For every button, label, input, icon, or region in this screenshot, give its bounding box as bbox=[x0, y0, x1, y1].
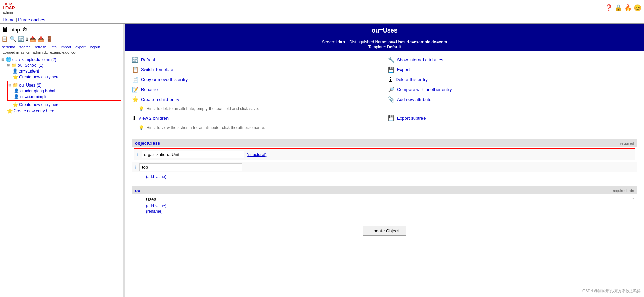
objectclass-value-2: ℹ bbox=[132, 162, 637, 172]
action-rename[interactable]: 📝 Rename bbox=[132, 85, 381, 94]
watermark: CSDN @测试开发-东方不败之鸭梨 bbox=[582, 288, 641, 294]
action-add-attribute[interactable]: 📎 Add new attribute bbox=[388, 95, 637, 104]
update-object-button[interactable]: Update Object bbox=[363, 226, 406, 236]
view-children-icon: ⬇ bbox=[132, 115, 136, 121]
ldap-label: LDAP bbox=[3, 5, 15, 10]
top-icons: ❓ 🔒 🔥 😊 bbox=[605, 4, 641, 12]
expand-icon-root: ⊟ bbox=[1, 57, 4, 61]
hint-icon-2: 💡 bbox=[139, 125, 144, 130]
copy-icon: 📄 bbox=[132, 76, 139, 83]
structural-link[interactable]: (structural) bbox=[247, 152, 266, 157]
switch-icon: 📋 bbox=[132, 66, 139, 73]
refresh-icon[interactable]: 🔄 bbox=[18, 36, 25, 42]
person-icon-xiaoming: 👤 bbox=[14, 94, 19, 99]
export-label[interactable]: export bbox=[75, 45, 86, 49]
server-name: ldap bbox=[10, 27, 20, 33]
star-icon-1: ⭐ bbox=[12, 74, 18, 80]
tree-ou-school[interactable]: ⊞ 📁 ou=School (1) bbox=[1, 62, 121, 68]
action-delete[interactable]: 🗑 Delete this entry bbox=[388, 75, 637, 84]
action-show-internal[interactable]: 🔧 Show internal attributes bbox=[388, 55, 637, 64]
tree-cn-xiaoming[interactable]: 👤 cn=xiaoming li bbox=[8, 94, 120, 100]
info-label[interactable]: info bbox=[51, 45, 57, 49]
show-internal-link[interactable]: Show internal attributes bbox=[397, 57, 443, 62]
rename-link[interactable]: Rename bbox=[141, 87, 158, 92]
ou-school-link[interactable]: ou=School (1) bbox=[18, 63, 43, 68]
action-compare[interactable]: 🔎 Compare with another entry bbox=[388, 85, 637, 94]
ou-rename-link[interactable]: (rename) bbox=[146, 209, 163, 214]
create-child-link[interactable]: Create a child entry bbox=[141, 97, 179, 102]
action-export[interactable]: 💾 Export bbox=[388, 65, 637, 74]
compare-link[interactable]: Compare with another entry bbox=[397, 87, 452, 92]
logout-icon[interactable]: 🚪 bbox=[46, 36, 53, 42]
cn-student-link[interactable]: cn=student bbox=[19, 69, 39, 74]
tree-create-new-3[interactable]: ⭐ Create new entry here bbox=[1, 108, 121, 114]
refresh-label[interactable]: refresh bbox=[35, 45, 46, 49]
home-link[interactable]: Home bbox=[3, 17, 15, 22]
lock-icon[interactable]: 🔒 bbox=[615, 4, 622, 12]
action-switch-template[interactable]: 📋 Switch Template bbox=[132, 65, 381, 74]
schema-label[interactable]: schema bbox=[2, 45, 15, 49]
highlighted-box: ⊟ 📁 ou=Uses (2) 👤 cn=dongfang bubai 👤 cn… bbox=[7, 81, 121, 101]
tree-create-new-2[interactable]: ⭐ Create new entry here bbox=[1, 102, 121, 108]
create-new-1-link[interactable]: Create new entry here bbox=[19, 75, 60, 79]
export-icon-sidebar[interactable]: 📤 bbox=[38, 36, 44, 42]
view-children-link[interactable]: View 2 children bbox=[138, 116, 169, 121]
actions-area: 🔄 Refresh 🔧 Show internal attributes 📋 S… bbox=[125, 51, 644, 135]
smiley-icon: 😊 bbox=[634, 4, 641, 12]
tree-root[interactable]: ⊟ 🌐 dc=example,dc=com (2) bbox=[1, 56, 121, 62]
export-subtree-link[interactable]: Export subtree bbox=[397, 116, 426, 121]
expand-icon-school: ⊞ bbox=[7, 63, 10, 67]
root-link[interactable]: dc=example,dc=com (2) bbox=[12, 57, 56, 62]
rename-icon: 📝 bbox=[132, 86, 139, 93]
info-icon-orgunit[interactable]: ℹ bbox=[137, 152, 139, 157]
tree-create-new-1[interactable]: ⭐ Create new entry here bbox=[1, 74, 121, 80]
create-new-3-link[interactable]: Create new entry here bbox=[14, 108, 54, 113]
content-area: ou=Uses Server: ldap Distinguished Name:… bbox=[125, 24, 644, 297]
search-label[interactable]: search bbox=[19, 45, 31, 49]
navbar: Home | Purge caches bbox=[0, 16, 644, 24]
switch-template-link[interactable]: Switch Template bbox=[141, 67, 173, 72]
tree-cn-dongfang[interactable]: 👤 cn=dongfang bubai bbox=[8, 88, 120, 94]
purge-caches-link[interactable]: Purge caches bbox=[18, 17, 45, 22]
schema-icon[interactable]: 📋 bbox=[1, 36, 8, 42]
refresh-link[interactable]: Refresh bbox=[141, 57, 157, 62]
search-icon[interactable]: 🔍 bbox=[10, 36, 16, 42]
ou-add-value-link[interactable]: (add value) bbox=[146, 204, 166, 208]
orgunit-input[interactable] bbox=[142, 151, 244, 158]
objectclass-add-value-area: (add value) bbox=[132, 172, 637, 182]
tree-ou-uses[interactable]: ⊟ 📁 ou=Uses (2) bbox=[8, 82, 120, 88]
cn-dongfang-link[interactable]: cn=dongfang bubai bbox=[20, 89, 55, 93]
sidebar-tool-labels: schema search refresh info import export… bbox=[1, 45, 121, 49]
action-export-subtree[interactable]: 💾 Export subtree bbox=[388, 114, 637, 122]
create-new-2-link[interactable]: Create new entry here bbox=[19, 102, 60, 107]
logo: =php LDAP admin bbox=[3, 1, 15, 14]
objectclass-name[interactable]: objectClass bbox=[135, 141, 160, 146]
objectclass-add-value-link[interactable]: (add value) bbox=[146, 174, 166, 179]
delete-link[interactable]: Delete this entry bbox=[395, 77, 428, 82]
ou-uses-link[interactable]: ou=Uses (2) bbox=[19, 83, 42, 88]
info-icon-top[interactable]: ℹ bbox=[135, 165, 137, 170]
logout-label[interactable]: logout bbox=[90, 45, 100, 49]
attr-objectclass-row: objectClass required ℹ (structural) ℹ (a… bbox=[132, 139, 637, 182]
export-link[interactable]: Export bbox=[397, 67, 410, 72]
ou-name[interactable]: ou bbox=[135, 188, 140, 193]
globe-icon: 🌐 bbox=[6, 57, 11, 62]
action-refresh[interactable]: 🔄 Refresh bbox=[132, 55, 381, 64]
action-copy-move[interactable]: 📄 Copy or move this entry bbox=[132, 75, 381, 84]
top-input[interactable] bbox=[139, 163, 242, 171]
action-create-child[interactable]: ⭐ Create a child entry bbox=[132, 95, 381, 104]
import-label[interactable]: import bbox=[61, 45, 71, 49]
info-icon-sidebar[interactable]: ℹ bbox=[26, 36, 28, 42]
ou-uses-icon: 📁 bbox=[13, 82, 18, 88]
delete-icon: 🗑 bbox=[388, 77, 393, 83]
ou-static-value: Uses bbox=[135, 197, 156, 202]
copy-move-link[interactable]: Copy or move this entry bbox=[141, 77, 188, 82]
help-icon[interactable]: ❓ bbox=[605, 4, 613, 12]
tree-cn-student[interactable]: 👤 cn=student bbox=[1, 68, 121, 74]
logged-in-text: Logged in as: cn=admin,dc=example,dc=com bbox=[1, 50, 121, 54]
action-view-children[interactable]: ⬇ View 2 children bbox=[132, 114, 381, 122]
cn-xiaoming-link[interactable]: cn=xiaoming li bbox=[20, 94, 46, 99]
sidebar: 🖥 ldap ⏱ 📋 🔍 🔄 ℹ 📥 📤 🚪 schema search ref… bbox=[0, 24, 123, 297]
import-icon[interactable]: 📥 bbox=[29, 36, 36, 42]
add-attribute-link[interactable]: Add new attribute bbox=[397, 97, 431, 102]
